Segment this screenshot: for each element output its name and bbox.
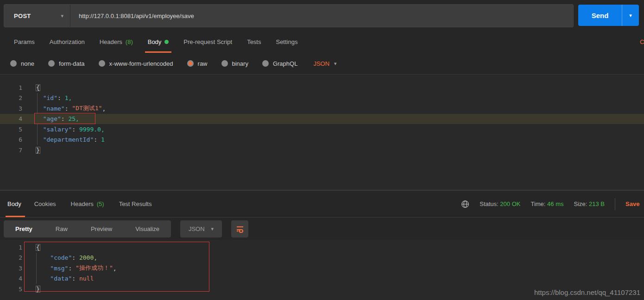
radio-icon xyxy=(10,60,17,67)
cookies-link-clipped[interactable]: C xyxy=(640,31,644,53)
method-label: POST xyxy=(14,12,31,19)
time-value: 46 ms xyxy=(547,200,563,207)
send-button[interactable]: Send xyxy=(578,5,622,26)
token-brk: } xyxy=(36,286,40,293)
token-num: 9999.0, xyxy=(79,126,105,133)
active-tab-underline xyxy=(6,216,25,217)
code-line[interactable]: 6 "departmentId": 1 xyxy=(0,135,644,145)
token-key: "msg" xyxy=(50,265,68,272)
token-key: "departmentId" xyxy=(43,136,94,143)
radio-icon xyxy=(48,60,55,67)
view-visualize[interactable]: Visualize xyxy=(124,220,171,238)
chevron-down-icon: ▾ xyxy=(629,13,632,18)
code-line[interactable]: 4 "data": null xyxy=(0,274,644,284)
response-tab-body[interactable]: Body xyxy=(4,191,27,217)
tab-headers[interactable]: Headers (8) xyxy=(92,31,140,53)
token-plain xyxy=(36,105,43,112)
token-num: 1, xyxy=(65,94,72,101)
tab-authorization[interactable]: Authorization xyxy=(42,31,92,53)
radio-icon xyxy=(99,60,105,67)
headers-count: (8) xyxy=(126,38,133,45)
token-key: "id" xyxy=(43,94,57,101)
send-options-button[interactable]: ▾ xyxy=(622,5,639,26)
method-select[interactable]: POST ▾ xyxy=(4,5,70,27)
url-combo: POST ▾ http://127.0.0.1:8081/api/v1/empl… xyxy=(4,4,574,27)
tab-params[interactable]: Params xyxy=(6,31,42,53)
token-punc: : xyxy=(65,105,72,112)
request-url-bar: POST ▾ http://127.0.0.1:8081/api/v1/empl… xyxy=(0,0,644,31)
view-pretty[interactable]: Pretty xyxy=(4,220,44,238)
response-tab-headers[interactable]: Headers (5) xyxy=(63,191,112,217)
code-text: "data": null xyxy=(36,275,94,282)
token-punc: : xyxy=(72,126,79,133)
radio-raw[interactable]: raw xyxy=(187,60,208,67)
token-punc: : xyxy=(68,265,76,272)
code-line[interactable]: 2 "id": 1, xyxy=(0,93,644,104)
code-line[interactable]: 4 "age": 25, xyxy=(0,114,644,125)
radio-binary[interactable]: binary xyxy=(221,60,248,67)
chevron-down-icon: ▾ xyxy=(61,13,63,19)
token-plain xyxy=(36,94,43,101)
globe-icon[interactable] xyxy=(461,200,469,208)
line-number: 6 xyxy=(0,136,22,143)
token-plain xyxy=(36,136,43,143)
token-num: 1 xyxy=(101,136,105,143)
code-text: "name": "DT测试1", xyxy=(36,104,106,112)
code-text: "msg": "操作成功！", xyxy=(36,264,117,272)
request-tabs: Params Authorization Headers (8) Body Pr… xyxy=(0,31,644,53)
tab-body[interactable]: Body xyxy=(140,31,177,53)
code-text: { xyxy=(36,84,40,91)
code-line[interactable]: 2 "code": 2000, xyxy=(0,253,644,263)
token-key: "age" xyxy=(43,115,61,122)
line-number: 3 xyxy=(0,265,22,272)
token-punc: : xyxy=(72,275,79,282)
token-key: "salary" xyxy=(43,126,72,133)
radio-icon xyxy=(262,60,269,67)
chevron-down-icon: ▾ xyxy=(334,61,337,66)
view-preview[interactable]: Preview xyxy=(79,220,124,238)
token-punc: , xyxy=(102,105,106,112)
code-text: "id": 1, xyxy=(36,94,72,101)
token-str: null xyxy=(79,275,94,282)
code-line[interactable]: 1{ xyxy=(0,242,644,253)
raw-format-select[interactable]: JSON ▾ xyxy=(313,60,336,67)
divider xyxy=(615,198,615,210)
radio-x-www-form-urlencoded[interactable]: x-www-form-urlencoded xyxy=(99,60,173,67)
code-text: "departmentId": 1 xyxy=(36,136,105,143)
token-brk: { xyxy=(36,244,40,251)
response-format-select[interactable]: JSON ▾ xyxy=(180,220,222,238)
radio-icon xyxy=(221,60,228,67)
line-number: 2 xyxy=(0,94,22,101)
code-line[interactable]: 1{ xyxy=(0,82,644,93)
line-number: 2 xyxy=(0,254,22,261)
code-line[interactable]: 3 "name": "DT测试1", xyxy=(0,103,644,114)
token-plain xyxy=(36,115,43,122)
tab-settings[interactable]: Settings xyxy=(268,31,305,53)
code-line[interactable]: 5 "salary": 9999.0, xyxy=(0,124,644,135)
body-filled-dot-icon xyxy=(164,40,169,44)
time-badge: Time: 46 ms xyxy=(530,200,563,207)
response-tab-test-results[interactable]: Test Results xyxy=(112,191,159,217)
response-meta: Status: 200 OK Time: 46 ms Size: 213 B S… xyxy=(461,191,644,217)
line-number: 7 xyxy=(0,147,22,154)
wrap-lines-button[interactable] xyxy=(231,220,248,238)
line-number: 4 xyxy=(0,275,22,282)
response-tab-cookies[interactable]: Cookies xyxy=(27,191,63,217)
url-input[interactable]: http://127.0.0.1:8081/api/v1/employee/sa… xyxy=(70,5,573,27)
radio-none[interactable]: none xyxy=(10,60,34,67)
line-number: 3 xyxy=(0,105,22,112)
request-body-editor[interactable]: 1{2 "id": 1,3 "name": "DT测试1",4 "age": 2… xyxy=(0,75,644,190)
code-line[interactable]: 3 "msg": "操作成功！", xyxy=(0,263,644,274)
code-text: "code": 2000, xyxy=(36,254,97,261)
view-raw[interactable]: Raw xyxy=(44,220,79,238)
token-punc: , xyxy=(113,265,117,272)
save-response-button[interactable]: Save xyxy=(625,200,644,207)
radio-form-data[interactable]: form-data xyxy=(48,60,85,67)
tab-pre-request-script[interactable]: Pre-request Script xyxy=(176,31,240,53)
tab-tests[interactable]: Tests xyxy=(240,31,268,53)
token-num: 25, xyxy=(68,115,79,122)
code-line[interactable]: 7} xyxy=(0,145,644,156)
response-tabs: Body Cookies Headers (5) Test Results xyxy=(4,191,159,217)
token-plain xyxy=(36,275,50,282)
radio-graphql[interactable]: GraphQL xyxy=(262,60,297,67)
